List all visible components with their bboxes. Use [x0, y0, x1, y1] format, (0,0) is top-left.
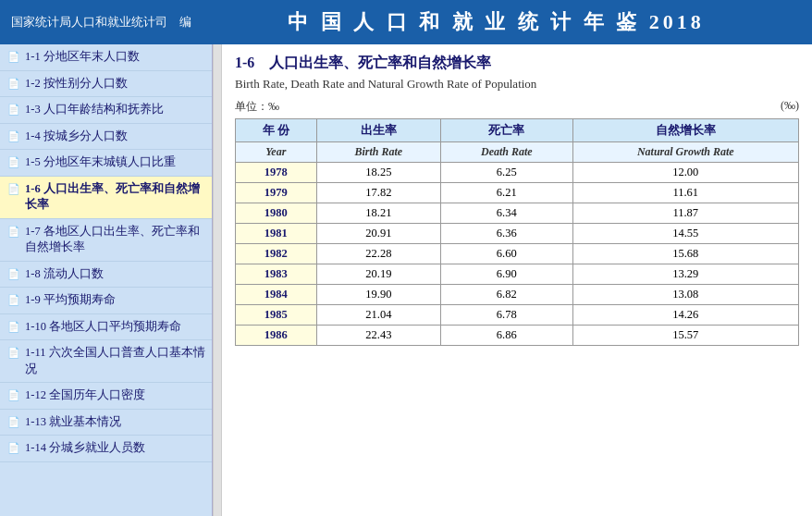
sidebar-doc-icon: 📄 — [7, 320, 20, 334]
unit-row: 单位：‰ (‰) — [235, 99, 799, 115]
page-title-en: Birth Rate, Death Rate and Natural Growt… — [235, 77, 799, 92]
year-cell: 1984 — [236, 285, 317, 305]
sidebar-doc-icon: 📄 — [7, 155, 20, 169]
app-header: 国家统计局人口和就业统计司 编 中 国 人 口 和 就 业 统 计 年 鉴 20… — [0, 0, 812, 44]
birth-rate-cell: 22.43 — [316, 326, 440, 346]
year-cell: 1986 — [236, 326, 317, 346]
birth-rate-cell: 20.19 — [316, 264, 440, 285]
sidebar-item-1-5[interactable]: 📄1-5 分地区年末城镇人口比重 — [0, 150, 212, 177]
birth-rate-cell: 20.91 — [316, 224, 440, 244]
sidebar-item-1-9[interactable]: 📄1-9 平均预期寿命 — [0, 288, 212, 314]
death-rate-cell: 6.25 — [441, 163, 573, 183]
sidebar-doc-icon: 📄 — [7, 346, 20, 360]
sidebar-item-label: 1-4 按城乡分人口数 — [25, 129, 128, 145]
sidebar-item-label: 1-10 各地区人口平均预期寿命 — [25, 319, 181, 336]
sidebar-item-1-14[interactable]: 📄1-14 分城乡就业人员数 — [0, 436, 212, 462]
year-cell: 1979 — [236, 183, 317, 203]
sidebar-doc-icon: 📄 — [7, 225, 20, 239]
data-table: 年 份出生率死亡率自然增长率 YearBirth RateDeath RateN… — [235, 118, 799, 346]
growth-rate-cell: 12.00 — [572, 163, 798, 183]
sidebar-item-1-7[interactable]: 📄1-7 各地区人口出生率、死亡率和自然增长率 — [0, 219, 212, 262]
content-area: 1-6 人口出生率、死亡率和自然增长率 Birth Rate, Death Ra… — [222, 44, 812, 516]
table-header-en: YearBirth RateDeath RateNatural Growth R… — [236, 142, 799, 163]
sidebar-item-1-1[interactable]: 📄1-1 分地区年末人口数 — [0, 44, 212, 71]
sidebar-item-label: 1-11 六次全国人口普查人口基本情况 — [25, 345, 206, 377]
table-header-cn: 年 份出生率死亡率自然增长率 — [236, 119, 799, 142]
sidebar-item-label: 1-14 分城乡就业人员数 — [25, 440, 145, 457]
sidebar-item-1-13[interactable]: 📄1-13 就业基本情况 — [0, 410, 212, 436]
year-cell: 1982 — [236, 244, 317, 264]
sidebar-item-1-2[interactable]: 📄1-2 按性别分人口数 — [0, 71, 212, 98]
table-row: 197917.826.2111.61 — [236, 183, 799, 203]
app-title: 中 国 人 口 和 就 业 统 计 年 鉴 2018 — [191, 8, 801, 36]
table-header-en-cell: Birth Rate — [316, 142, 440, 163]
growth-rate-cell: 13.08 — [572, 285, 798, 305]
sidebar: 📄1-1 分地区年末人口数📄1-2 按性别分人口数📄1-3 人口年龄结构和抚养比… — [0, 44, 213, 516]
sidebar-doc-icon: 📄 — [7, 129, 20, 143]
publisher-label: 国家统计局人口和就业统计司 编 — [11, 14, 191, 31]
table-header-en-cell: Death Rate — [441, 142, 573, 163]
year-cell: 1980 — [236, 203, 317, 224]
sidebar-doc-icon: 📄 — [7, 415, 20, 429]
birth-rate-cell: 18.25 — [316, 163, 440, 183]
sidebar-doc-icon: 📄 — [7, 50, 20, 64]
table-row: 198419.906.8213.08 — [236, 285, 799, 305]
year-cell: 1978 — [236, 163, 317, 183]
death-rate-cell: 6.86 — [441, 326, 573, 346]
growth-rate-cell: 11.87 — [572, 203, 798, 224]
table-row: 198120.916.3614.55 — [236, 224, 799, 244]
year-cell: 1985 — [236, 305, 317, 326]
sidebar-item-1-11[interactable]: 📄1-11 六次全国人口普查人口基本情况 — [0, 340, 212, 383]
birth-rate-cell: 21.04 — [316, 305, 440, 326]
sidebar-item-label: 1-12 全国历年人口密度 — [25, 387, 145, 404]
sidebar-item-label: 1-2 按性别分人口数 — [25, 76, 128, 92]
unit-right: (‰) — [781, 99, 799, 115]
sidebar-item-1-10[interactable]: 📄1-10 各地区人口平均预期寿命 — [0, 314, 212, 341]
page-title-cn: 1-6 人口出生率、死亡率和自然增长率 — [235, 54, 799, 73]
sidebar-item-1-12[interactable]: 📄1-12 全国历年人口密度 — [0, 383, 212, 410]
table-header-cn-cell: 自然增长率 — [572, 119, 798, 142]
death-rate-cell: 6.34 — [441, 203, 573, 224]
sidebar-item-label: 1-6 人口出生率、死亡率和自然增长率 — [25, 181, 206, 214]
sidebar-item-1-4[interactable]: 📄1-4 按城乡分人口数 — [0, 124, 212, 151]
year-cell: 1981 — [236, 224, 317, 244]
sidebar-doc-icon: 📄 — [7, 77, 20, 91]
growth-rate-cell: 14.26 — [572, 305, 798, 326]
birth-rate-cell: 18.21 — [316, 203, 440, 224]
sidebar-item-label: 1-5 分地区年末城镇人口比重 — [25, 154, 176, 171]
table-header-en-cell: Year — [236, 142, 317, 163]
main-layout: 📄1-1 分地区年末人口数📄1-2 按性别分人口数📄1-3 人口年龄结构和抚养比… — [0, 44, 812, 516]
unit-left: 单位：‰ — [235, 99, 279, 115]
birth-rate-cell: 19.90 — [316, 285, 440, 305]
birth-rate-cell: 17.82 — [316, 183, 440, 203]
sidebar-item-label: 1-7 各地区人口出生率、死亡率和自然增长率 — [25, 224, 206, 256]
table-header-cn-cell: 死亡率 — [441, 119, 573, 142]
sidebar-item-1-3[interactable]: 📄1-3 人口年龄结构和抚养比 — [0, 97, 212, 124]
death-rate-cell: 6.82 — [441, 285, 573, 305]
table-header-en-cell: Natural Growth Rate — [572, 142, 798, 163]
growth-rate-cell: 11.61 — [572, 183, 798, 203]
sidebar-doc-icon: 📄 — [7, 103, 20, 117]
sidebar-item-label: 1-1 分地区年末人口数 — [25, 49, 140, 66]
death-rate-cell: 6.21 — [441, 183, 573, 203]
scroll-divider — [213, 44, 222, 516]
death-rate-cell: 6.36 — [441, 224, 573, 244]
sidebar-item-label: 1-13 就业基本情况 — [25, 414, 121, 431]
sidebar-item-1-8[interactable]: 📄1-8 流动人口数 — [0, 262, 212, 289]
table-row: 198018.216.3411.87 — [236, 203, 799, 224]
sidebar-doc-icon: 📄 — [7, 441, 20, 455]
growth-rate-cell: 15.68 — [572, 244, 798, 264]
growth-rate-cell: 13.29 — [572, 264, 798, 285]
table-body: 197818.256.2512.00197917.826.2111.611980… — [236, 163, 799, 346]
table-row: 198320.196.9013.29 — [236, 264, 799, 285]
sidebar-doc-icon: 📄 — [7, 293, 20, 307]
sidebar-item-1-6[interactable]: 📄1-6 人口出生率、死亡率和自然增长率 — [0, 177, 212, 219]
table-row: 198622.436.8615.57 — [236, 326, 799, 346]
sidebar-item-label: 1-9 平均预期寿命 — [25, 292, 116, 309]
sidebar-doc-icon: 📄 — [7, 267, 20, 281]
birth-rate-cell: 22.28 — [316, 244, 440, 264]
growth-rate-cell: 14.55 — [572, 224, 798, 244]
death-rate-cell: 6.90 — [441, 264, 573, 285]
sidebar-doc-icon: 📄 — [7, 182, 20, 196]
death-rate-cell: 6.60 — [441, 244, 573, 264]
